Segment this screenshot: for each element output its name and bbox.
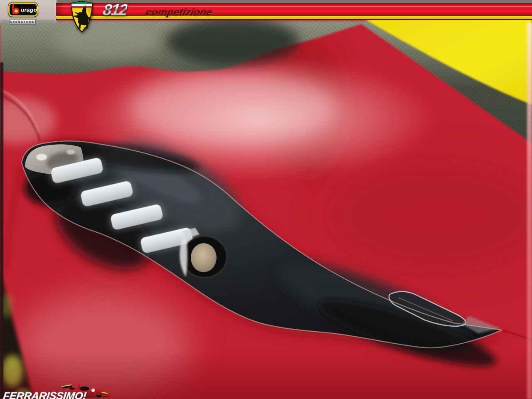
watermark: FERRARISSIMO! <box>0 382 125 399</box>
shield-initials: S F <box>76 26 87 30</box>
model-banner: 812 competizione <box>56 3 532 20</box>
bburago-logo: urago® SIGNATURE <box>8 2 54 25</box>
model-number: 812 <box>102 1 128 19</box>
bburago-logo-box: urago® <box>8 2 38 17</box>
bburago-wordmark: urago® <box>21 7 39 13</box>
ferrari-shield-logo: S F <box>69 0 94 33</box>
model-car-macro-photo <box>0 0 532 399</box>
watermark-text: FERRARISSIMO! <box>2 390 87 399</box>
model-name: competizione <box>145 7 213 18</box>
registered-mark: ® <box>37 7 39 9</box>
right-edge-highlight <box>527 23 532 399</box>
bburago-b-icon <box>11 4 20 15</box>
boxart-scene: 812 competizione S F <box>0 0 532 399</box>
signature-series-label: SIGNATURE <box>9 19 36 25</box>
